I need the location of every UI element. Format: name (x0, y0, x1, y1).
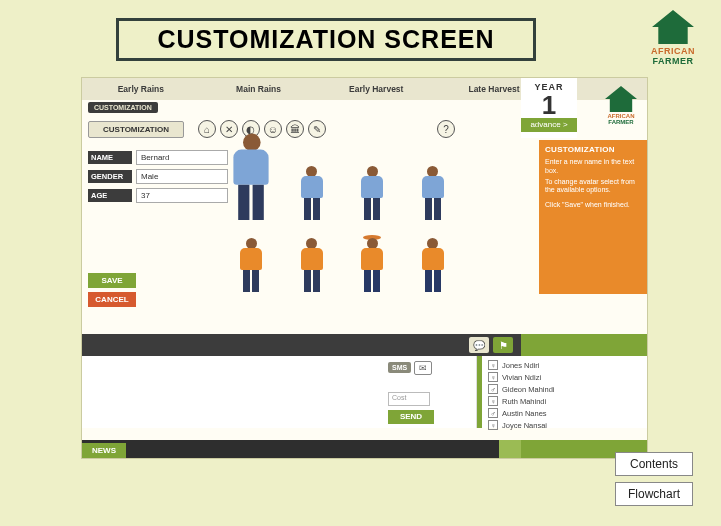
notes-icon[interactable]: ✎ (308, 120, 326, 138)
person-icon: ♂ (488, 408, 498, 418)
player-name: Gideon Mahindi (502, 385, 555, 394)
tab-customization-small[interactable]: CUSTOMIZATION (88, 102, 158, 113)
logo-line2: FARMER (651, 56, 695, 66)
avatar-option-8[interactable] (404, 222, 463, 292)
contents-button[interactable]: Contents (615, 452, 693, 476)
slide-navigation: Contents Flowchart (615, 452, 693, 506)
season-main-rains[interactable]: Main Rains (200, 84, 318, 94)
news-tab[interactable]: NEWS (82, 443, 126, 458)
gender-select[interactable]: Male (136, 169, 228, 184)
advance-button[interactable]: advance > (521, 118, 577, 132)
help-text-1: Enter a new name in the text box. (545, 158, 641, 176)
chat-icon[interactable]: 💬 (469, 337, 489, 353)
help-text-3: Click "Save" when finished. (545, 201, 641, 210)
tab-customization[interactable]: CUSTOMIZATION (88, 121, 184, 138)
year-value: 1 (521, 90, 577, 121)
help-title: CUSTOMIZATION (545, 145, 641, 155)
cancel-button[interactable]: CANCEL (88, 292, 136, 307)
african-farmer-logo: AFRICAN FARMER (651, 10, 695, 66)
player-list: ♀Jones Ndiri ♀Vivian Ndizi ♂Gideon Mahin… (477, 356, 647, 428)
gender-label: GENDER (88, 170, 132, 183)
logo-line2-small: FARMER (605, 119, 637, 125)
avatar-option-2[interactable] (283, 142, 342, 220)
avatar-option-1[interactable] (222, 142, 281, 220)
person-icon: ♂ (488, 384, 498, 394)
comm-bar: 💬 ⚑ (82, 334, 647, 356)
avatar-grid (222, 142, 462, 292)
avatar-option-6[interactable] (283, 222, 342, 292)
send-button[interactable]: SEND (388, 410, 434, 424)
person-icon: ♀ (488, 360, 498, 370)
avatar-option-7[interactable] (343, 222, 402, 292)
bank-icon[interactable]: 🏛 (286, 120, 304, 138)
mail-icon[interactable]: ✉ (414, 361, 432, 375)
alert-icon[interactable]: ⚑ (493, 337, 513, 353)
news-bar: NEWS (82, 440, 647, 458)
person-icon: ♀ (488, 396, 498, 406)
logo-line1: AFRICAN (651, 46, 695, 56)
message-area: SMS ✉ Cost SEND ♀Jones Ndiri ♀Vivian Ndi… (82, 356, 647, 428)
avatar-option-3[interactable] (343, 142, 402, 220)
game-logo: AFRICAN FARMER (605, 86, 637, 125)
player-row[interactable]: ♂Gideon Mahindi (488, 384, 641, 394)
age-label: AGE (88, 189, 132, 202)
player-row[interactable]: ♀Vivian Ndizi (488, 372, 641, 382)
person-icon: ♀ (488, 420, 498, 430)
right-accent (521, 334, 647, 356)
name-label: NAME (88, 151, 132, 164)
player-name: Austin Nanes (502, 409, 547, 418)
home-icon[interactable]: ⌂ (198, 120, 216, 138)
player-name: Jones Ndiri (502, 361, 540, 370)
sms-chip[interactable]: SMS (388, 362, 411, 373)
flowchart-button[interactable]: Flowchart (615, 482, 693, 506)
player-name: Joyce Nansai (502, 421, 547, 430)
customization-form: NAME Bernard GENDER Male AGE 37 SAVE CAN… (88, 150, 228, 307)
house-icon (652, 10, 694, 44)
news-accent-2 (499, 440, 521, 458)
help-icon[interactable]: ? (437, 120, 455, 138)
player-name: Ruth Mahindi (502, 397, 546, 406)
avatar-option-5[interactable] (222, 222, 281, 292)
season-early-rains[interactable]: Early Rains (82, 84, 200, 94)
save-button[interactable]: SAVE (88, 273, 136, 288)
help-panel: CUSTOMIZATION Enter a new name in the te… (539, 140, 647, 294)
help-text-2: To change avatar select from the availab… (545, 178, 641, 196)
person-icon: ♀ (488, 372, 498, 382)
page-title: CUSTOMIZATION SCREEN (116, 18, 536, 61)
game-screenshot: Early Rains Main Rains Early Harvest Lat… (82, 78, 647, 458)
age-input[interactable]: 37 (136, 188, 228, 203)
avatar-option-4[interactable] (404, 142, 463, 220)
name-input[interactable]: Bernard (136, 150, 228, 165)
player-row[interactable]: ♀Jones Ndiri (488, 360, 641, 370)
player-row[interactable]: ♀Joyce Nansai (488, 420, 641, 430)
season-early-harvest[interactable]: Early Harvest (317, 84, 435, 94)
player-row[interactable]: ♀Ruth Mahindi (488, 396, 641, 406)
player-name: Vivian Ndizi (502, 373, 541, 382)
player-row[interactable]: ♂Austin Nanes (488, 408, 641, 418)
cost-input[interactable]: Cost (388, 392, 430, 406)
house-icon (605, 86, 637, 112)
